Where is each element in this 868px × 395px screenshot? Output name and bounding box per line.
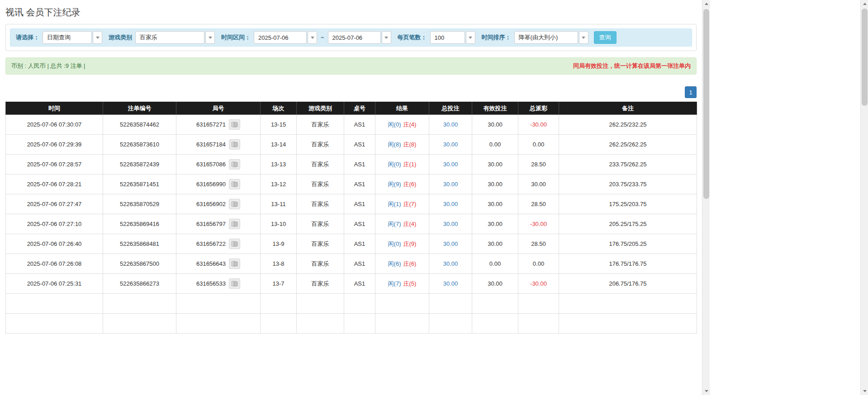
scroll-up-icon[interactable] (861, 0, 868, 8)
result-player: 闲(6) (388, 260, 401, 267)
filter-bar: 请选择： 日期查询 游戏类别 百家乐 时间区间： 2025-07-06 ~ (10, 28, 692, 47)
view-cards-icon[interactable] (229, 259, 240, 269)
page-size-select[interactable]: 100 (430, 31, 475, 44)
chevron-down-icon[interactable] (466, 31, 475, 44)
cell-result: 闲(9)庄(6) (375, 174, 429, 194)
result-banker: 庄(8) (403, 141, 417, 148)
cell-bet-id: 522635873610 (103, 135, 176, 155)
cell-payout: 28.50 (518, 155, 559, 174)
total-bet-link[interactable]: 30.00 (443, 240, 458, 247)
summary-bar: 币别 : 人民币 | 总共 :9 注单 | 同局有效投注，统一计算在该局第一张注… (5, 57, 697, 75)
cell-payout: 0.00 (518, 254, 559, 274)
result-player: 闲(0) (388, 121, 401, 128)
total-bet-link[interactable]: 30.00 (443, 201, 458, 207)
date-from-picker[interactable]: 2025-07-06 (254, 31, 317, 44)
scroll-up-icon[interactable] (702, 0, 710, 8)
round-id-value: 631656797 (196, 221, 226, 227)
search-button[interactable]: 查询 (594, 31, 617, 44)
header-bet-id: 注单编号 (103, 102, 176, 115)
view-cards-icon[interactable] (229, 219, 240, 229)
page-1-button[interactable]: 1 (685, 86, 697, 98)
cell-game-type: 百家乐 (297, 155, 344, 174)
view-cards-icon[interactable] (229, 159, 240, 169)
cell-result: 闲(7)庄(4) (375, 214, 429, 234)
cell-valid-bet: 30.00 (472, 194, 518, 214)
cell-total-bet: 30.00 (429, 115, 472, 135)
total-bet-link[interactable]: 30.00 (443, 260, 458, 267)
cards-glyph (231, 241, 238, 247)
cell-payout: 30.00 (518, 174, 559, 194)
result-banker: 庄(6) (403, 260, 417, 267)
chevron-down-icon[interactable] (308, 31, 317, 44)
sort-order-select[interactable]: 降幂(由大到小) (514, 31, 588, 44)
chevron-down-icon[interactable] (382, 31, 391, 44)
cell-payout: 28.50 (518, 194, 559, 214)
header-result: 结果 (375, 102, 429, 115)
cell-session: 13-14 (261, 135, 297, 155)
table-footer: 小计 9 270.00 210.00 25.50 总计 9 (6, 294, 697, 334)
cell-time: 2025-07-06 07:28:57 (6, 155, 103, 174)
result-banker: 庄(9) (403, 240, 417, 247)
view-cards-icon[interactable] (229, 199, 240, 209)
cell-valid-bet: 30.00 (472, 174, 518, 194)
inner-scrollbar[interactable] (702, 0, 710, 395)
cell-session: 13-13 (261, 155, 297, 174)
total-bet-link[interactable]: 30.00 (443, 181, 458, 188)
subtotal-payout: 25.50 (518, 294, 559, 314)
total-bet-link[interactable]: 30.00 (443, 221, 458, 227)
header-table: 桌号 (344, 102, 375, 115)
scroll-down-icon[interactable] (861, 387, 868, 395)
cell-note: 262.25/262.25 (559, 135, 697, 155)
inner-scrollbar-thumb[interactable] (703, 9, 709, 199)
chevron-down-icon[interactable] (205, 31, 215, 44)
cell-valid-bet: 30.00 (472, 115, 518, 135)
total-bet-link[interactable]: 30.00 (443, 161, 458, 168)
cell-valid-bet: 30.00 (472, 155, 518, 174)
cell-round-id: 631656902 (176, 194, 261, 214)
cell-note: 203.75/233.75 (559, 174, 697, 194)
cell-bet-id: 522635871451 (103, 174, 176, 194)
cell-game-type: 百家乐 (297, 274, 344, 294)
cell-payout: -30.00 (518, 115, 559, 135)
cards-glyph (231, 281, 238, 287)
cell-note: 175.25/203.75 (559, 194, 697, 214)
cell-note: 205.25/175.25 (559, 214, 697, 234)
query-type-select[interactable]: 日期查询 (43, 31, 102, 44)
table-row: 2025-07-06 07:27:47 522635870529 6316569… (6, 194, 697, 214)
sort-order-label: 时间排序： (482, 33, 511, 42)
cell-result: 闲(0)庄(9) (375, 234, 429, 254)
result-player: 闲(0) (388, 161, 401, 168)
scroll-down-icon[interactable] (702, 387, 710, 395)
total-bet-link[interactable]: 30.00 (443, 141, 458, 148)
game-type-select[interactable]: 百家乐 (135, 31, 215, 44)
view-cards-icon[interactable] (229, 239, 240, 249)
total-bet-link[interactable]: 30.00 (443, 121, 458, 128)
total-bet-link[interactable]: 30.00 (443, 280, 458, 287)
cell-note: 206.75/176.75 (559, 274, 697, 294)
outer-scrollbar[interactable] (860, 0, 868, 395)
date-to-value: 2025-07-06 (328, 31, 381, 44)
subtotal-label: 小计 (6, 294, 103, 314)
cell-total-bet: 30.00 (429, 214, 472, 234)
cell-table: AS1 (344, 155, 375, 174)
sort-order-value: 降幂(由大到小) (514, 31, 578, 44)
chevron-down-icon[interactable] (579, 31, 588, 44)
range-separator: ~ (321, 34, 324, 41)
date-to-picker[interactable]: 2025-07-06 (328, 31, 391, 44)
cell-table: AS1 (344, 115, 375, 135)
header-round-id: 局号 (176, 102, 261, 115)
valid-bet-note: 同局有效投注，统一计算在该局第一张注单内 (573, 62, 691, 70)
view-cards-icon[interactable] (229, 278, 240, 289)
view-cards-icon[interactable] (229, 119, 240, 130)
cell-round-id: 631656797 (176, 214, 261, 234)
view-cards-icon[interactable] (229, 179, 240, 189)
cell-time: 2025-07-06 07:27:47 (6, 194, 103, 214)
caret-shape (582, 37, 585, 39)
cell-total-bet: 30.00 (429, 174, 472, 194)
outer-scrollbar-thumb[interactable] (862, 9, 868, 106)
date-from-value: 2025-07-06 (254, 31, 307, 44)
result-banker: 庄(1) (403, 161, 417, 168)
query-type-value: 日期查询 (43, 31, 92, 44)
view-cards-icon[interactable] (229, 139, 240, 150)
chevron-down-icon[interactable] (93, 31, 102, 44)
